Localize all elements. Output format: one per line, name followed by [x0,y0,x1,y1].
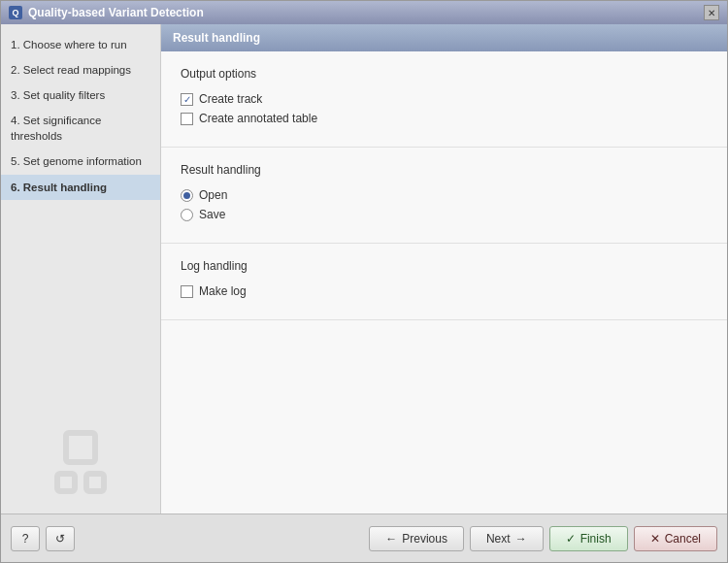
bottom-bar: ? ↺ ← Previous Next → ✓ Finish ✕ Cancel [1,513,727,562]
content-header: Result handling [161,24,727,51]
log-handling-title: Log handling [181,259,708,273]
open-label: Open [199,188,227,202]
finish-button[interactable]: ✓ Finish [549,526,628,551]
content-body: Output options ✓ Create track Create ann… [161,51,727,513]
save-radio[interactable] [181,209,193,221]
sidebar-item-significance[interactable]: 4. Set significance thresholds [1,108,160,149]
save-label: Save [199,208,225,221]
create-track-label: Create track [199,92,262,106]
sidebar-item-genome-info[interactable]: 5. Set genome information [1,149,160,174]
sidebar-item-choose-where[interactable]: 1. Choose where to run [1,32,160,57]
output-options-section: Output options ✓ Create track Create ann… [161,51,727,148]
next-button[interactable]: Next → [470,526,544,551]
previous-button[interactable]: ← Previous [369,526,464,551]
sidebar-item-select-read[interactable]: 2. Select read mappings [1,57,160,83]
previous-arrow-icon: ← [385,532,397,546]
close-button[interactable]: ✕ [704,5,719,20]
next-arrow-icon: → [515,532,527,546]
watermark-square-large [63,430,98,465]
content-area: Result handling Output options ✓ Create … [161,24,727,513]
create-annotated-checkbox[interactable] [181,113,193,125]
save-row: Save [181,208,708,221]
window-title: Quality-based Variant Detection [28,6,204,19]
create-annotated-row: Create annotated table [181,112,708,125]
make-log-row: Make log [181,284,708,298]
make-log-label: Make log [199,284,247,298]
finish-check-icon: ✓ [566,532,576,546]
bottom-right-buttons: ← Previous Next → ✓ Finish ✕ Cancel [369,526,717,551]
app-icon: Q [9,6,22,19]
open-radio[interactable] [181,189,193,202]
create-track-row: ✓ Create track [181,92,708,106]
title-bar-left: Q Quality-based Variant Detection [9,6,204,19]
open-row: Open [181,188,708,202]
sidebar-item-quality-filters[interactable]: 3. Set quality filters [1,83,160,108]
main-window: Q Quality-based Variant Detection ✕ 1. C… [0,0,728,563]
help-button[interactable]: ? [11,526,40,551]
make-log-checkbox[interactable] [181,285,193,298]
log-handling-section: Log handling Make log [161,244,727,320]
output-options-title: Output options [181,67,708,81]
watermark [54,430,107,494]
bottom-left-buttons: ? ↺ [11,526,75,551]
main-content: 1. Choose where to run 2. Select read ma… [1,24,727,513]
watermark-square-small-1 [54,471,78,494]
result-handling-title: Result handling [181,163,708,177]
cancel-x-icon: ✕ [650,532,660,546]
sidebar: 1. Choose where to run 2. Select read ma… [1,24,161,513]
sidebar-item-result-handling[interactable]: 6. Result handling [1,175,160,200]
create-annotated-label: Create annotated table [199,112,317,125]
result-handling-section: Result handling Open Save [161,148,727,244]
title-bar: Q Quality-based Variant Detection ✕ [1,1,727,24]
reset-button[interactable]: ↺ [46,526,75,551]
create-track-checkbox[interactable]: ✓ [181,93,193,106]
watermark-square-small-2 [83,471,107,494]
cancel-button[interactable]: ✕ Cancel [634,526,717,551]
